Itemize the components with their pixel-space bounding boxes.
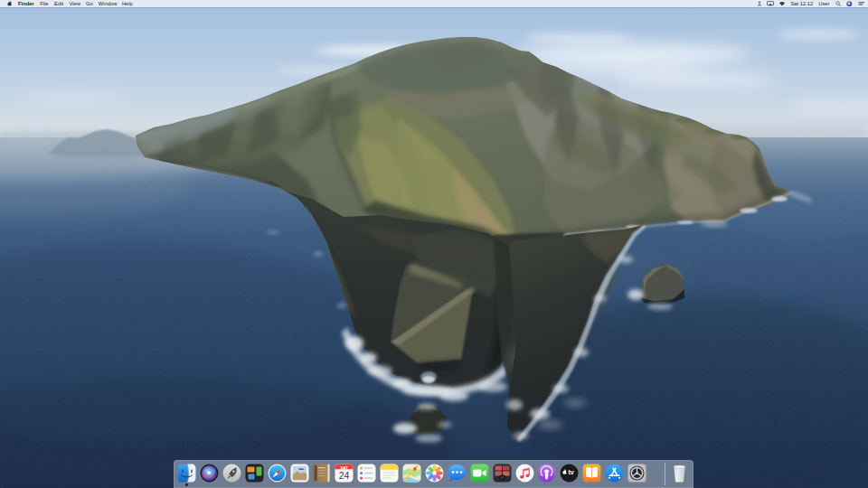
svg-text:24: 24 xyxy=(339,470,350,481)
svg-text:tv: tv xyxy=(569,467,574,475)
